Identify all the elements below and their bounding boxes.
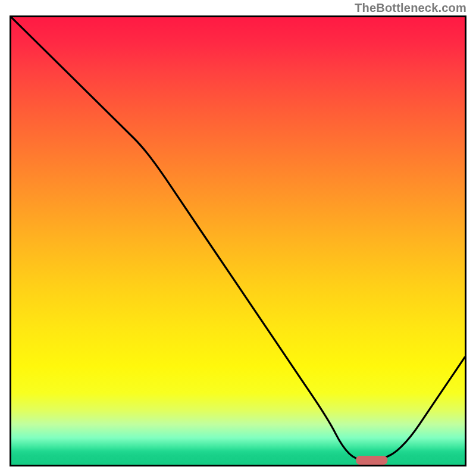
plot-area [10,15,466,466]
optimal-marker [356,456,387,465]
chart-container: TheBottleneck.com [0,0,476,476]
bottleneck-curve [11,17,465,461]
watermark-text: TheBottleneck.com [355,1,466,15]
chart-svg [11,17,465,465]
